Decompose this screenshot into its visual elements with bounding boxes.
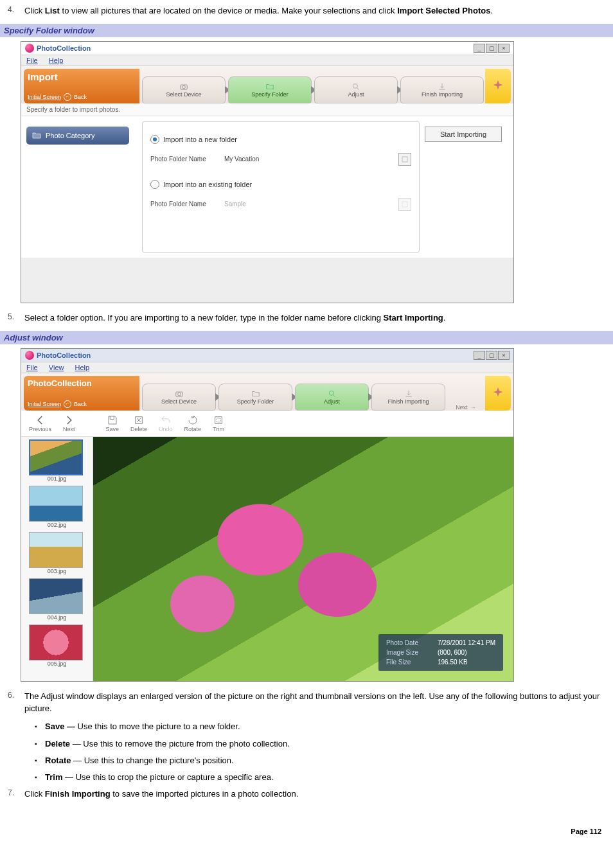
trim-button[interactable]: Trim [213, 414, 224, 432]
tool-label: Save [106, 426, 120, 432]
window-title: PhotoCollection [37, 351, 91, 359]
menubar: File Help [21, 55, 513, 66]
magnifier-icon [326, 389, 338, 398]
save-button[interactable]: Save [106, 414, 120, 432]
radio-new-folder[interactable]: Import into a new folder [150, 135, 411, 144]
download-icon [403, 389, 414, 398]
tab-finish-importing[interactable]: Finish Importing [400, 76, 484, 103]
sparkle-icon [491, 79, 505, 93]
image-viewer: Photo Date7/28/2001 12:41 PM Image Size(… [93, 437, 513, 681]
main-panel: Photo Category Import into a new folder … [21, 116, 513, 258]
titlebar: PhotoCollection _ ▢ × [21, 42, 513, 55]
browse-button[interactable] [398, 153, 411, 166]
radio-icon [150, 180, 159, 189]
thumbnail-filename: 002.jpg [48, 522, 67, 528]
menubar: File View Help [21, 362, 513, 373]
tab-adjust[interactable]: Adjust [295, 384, 369, 411]
folder-icon [31, 130, 42, 141]
menu-help[interactable]: Help [49, 57, 64, 64]
download-icon [436, 82, 448, 91]
thumbnail-item[interactable]: 004.jpg [28, 577, 87, 622]
menu-view[interactable]: View [49, 364, 64, 371]
thumbnail-item[interactable]: 003.jpg [28, 531, 87, 576]
new-folder-name-input[interactable]: My Vacation [221, 154, 395, 164]
tab-select-device[interactable]: Select Device [142, 384, 216, 411]
adjust-body: 001.jpg 002.jpg 003.jpg 004.jpg 005.jpg … [21, 437, 513, 681]
text-bold: Import Selected Photos [397, 6, 490, 15]
photo-category-label: Photo Category [46, 132, 94, 139]
tool-label: Next [63, 426, 75, 432]
back-label[interactable]: Back [74, 401, 87, 407]
overlay-label: File Size [386, 657, 431, 667]
list-item: Delete — Use this to remove the picture … [45, 738, 605, 750]
tab-specify-folder[interactable]: Specify Folder [228, 76, 312, 103]
sidebar: Photo Category [26, 121, 142, 252]
wizard-banner: PhotoCollection Initial Screen ← Back Se… [21, 373, 513, 411]
maximize-button[interactable]: ▢ [486, 44, 497, 53]
initial-screen-label[interactable]: Initial Screen [28, 94, 61, 100]
minimize-button[interactable]: _ [474, 351, 485, 360]
sparkle-icon [491, 386, 505, 400]
step-text: The Adjust window displays an enlarged v… [24, 691, 605, 715]
list-item: Save — Use this to move the picture to a… [45, 721, 605, 732]
step-number: 4. [8, 5, 24, 17]
menu-file[interactable]: File [26, 364, 38, 371]
next-label[interactable]: Next [456, 404, 468, 411]
tab-adjust[interactable]: Adjust [314, 76, 398, 103]
thumbnail-image [29, 486, 83, 522]
thumbnail-item[interactable]: 002.jpg [28, 484, 87, 529]
text: to view all pictures that are located on… [60, 6, 397, 15]
step-text: Select a folder option. If you are impor… [24, 312, 605, 324]
magnifier-icon [350, 82, 362, 91]
thumbnail-column: 001.jpg 002.jpg 003.jpg 004.jpg 005.jpg [21, 437, 93, 681]
tab-specify-folder[interactable]: Specify Folder [218, 384, 292, 411]
svg-point-2 [353, 84, 357, 88]
banner-title: PhotoCollection [28, 378, 136, 388]
tool-label: Delete [130, 426, 147, 432]
step-5: 5. Select a folder option. If you are im… [8, 312, 605, 324]
menu-help[interactable]: Help [75, 364, 90, 371]
next-button[interactable]: Next [63, 414, 75, 432]
svg-point-7 [177, 393, 181, 396]
existing-folder-field: Photo Folder Name Sample [150, 198, 411, 211]
tool-label: Previous [29, 426, 51, 432]
tool-label: Rotate [184, 426, 202, 432]
tab-finish-importing[interactable]: Finish Importing [371, 384, 445, 411]
photo-category-button[interactable]: Photo Category [26, 127, 129, 145]
start-importing-button[interactable]: Start Importing [425, 127, 502, 142]
overlay-value: (800, 600) [438, 648, 467, 657]
thumbnail-item[interactable]: 005.jpg [28, 623, 87, 668]
radio-icon [150, 135, 159, 144]
thumbnail-item[interactable]: 001.jpg [28, 438, 87, 483]
step-6: 6. The Adjust window displays an enlarge… [8, 691, 605, 715]
close-button[interactable]: × [498, 351, 510, 360]
window-footer [21, 258, 513, 303]
section-adjust-window: Adjust window [0, 331, 613, 344]
back-label[interactable]: Back [74, 94, 87, 100]
banner-title: Import [28, 71, 136, 82]
tab-label: Select Device [161, 398, 197, 405]
field-label: Photo Folder Name [150, 155, 221, 163]
rotate-button[interactable]: Rotate [184, 414, 202, 432]
text-bold: Delete [45, 739, 70, 748]
window-controls: _ ▢ × [474, 44, 510, 53]
menu-file[interactable]: File [26, 57, 38, 64]
text-bold: Trim [45, 772, 62, 782]
tab-select-device[interactable]: Select Device [142, 76, 226, 103]
svg-rect-4 [402, 157, 407, 162]
close-button[interactable]: × [498, 44, 510, 53]
maximize-button[interactable]: ▢ [486, 351, 497, 360]
tool-label: Undo [159, 426, 173, 432]
next-arrow-icon[interactable]: → [470, 404, 476, 411]
thumbnail-image [29, 532, 83, 568]
delete-button[interactable]: Delete [130, 414, 147, 432]
wizard-tabs: Select Device Specify Folder Adjust Fini… [139, 69, 485, 103]
back-arrow-icon[interactable]: ← [64, 400, 71, 408]
thumbnail-filename: 003.jpg [48, 568, 67, 574]
back-arrow-icon[interactable]: ← [64, 93, 71, 101]
step-text: Click List to view all pictures that are… [24, 5, 605, 17]
radio-existing-folder[interactable]: Import into an existing folder [150, 180, 411, 189]
initial-screen-label[interactable]: Initial Screen [28, 401, 61, 407]
previous-button[interactable]: Previous [29, 414, 51, 432]
minimize-button[interactable]: _ [474, 44, 485, 53]
